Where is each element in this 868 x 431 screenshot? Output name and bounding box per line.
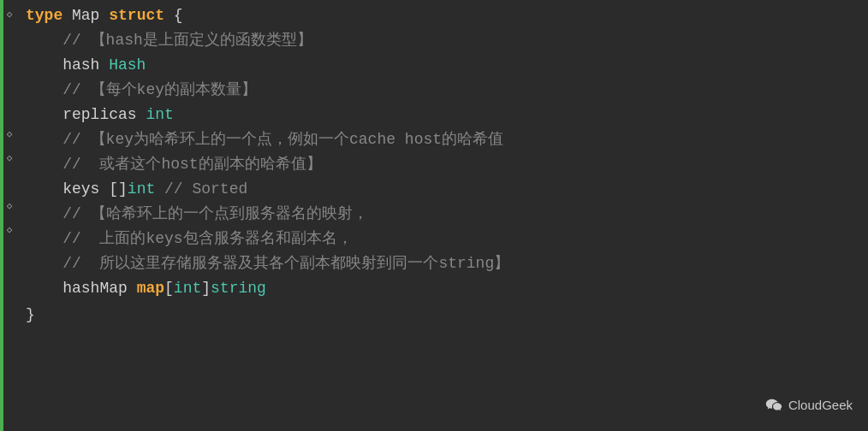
- code-line-5: replicas int: [26, 103, 858, 127]
- keyword-type: type: [26, 3, 62, 28]
- type-int-map: int: [174, 276, 201, 301]
- gutter-empty-17: [3, 387, 15, 410]
- type-string: string: [211, 276, 266, 301]
- gutter-empty-16: [3, 363, 15, 387]
- gutter-empty-14: [3, 315, 15, 339]
- bracket-keys: []: [109, 177, 128, 202]
- comment-hashmap-3: // 所以这里存储服务器及其各个副本都映射到同一个string】: [26, 251, 509, 276]
- type-int-replicas: int: [146, 103, 173, 127]
- type-int-keys: int: [128, 177, 155, 202]
- fold-icon-9[interactable]: [3, 195, 15, 219]
- gutter-empty-2: [3, 27, 15, 51]
- comment-hashmap-1: // 【哈希环上的一个点到服务器名的映射，: [26, 202, 368, 227]
- fold-icon-6[interactable]: [3, 123, 15, 147]
- green-bar: [0, 0, 3, 431]
- code-line-9: // 【哈希环上的一个点到服务器名的映射，: [26, 202, 858, 227]
- code-line-1: type Map struct {: [26, 3, 858, 28]
- field-hashmap: hashMap: [26, 276, 137, 301]
- field-hash: hash: [26, 53, 109, 78]
- gutter-empty-3: [3, 51, 15, 75]
- inline-comment-sorted: // Sorted: [155, 177, 247, 202]
- comment-keys-1: // 【key为哈希环上的一个点，例如一个cache host的哈希值: [26, 127, 503, 152]
- watermark-text: CloudGeek: [788, 395, 853, 416]
- keyword-map: map: [137, 276, 164, 301]
- gutter-empty-13: [3, 291, 15, 315]
- code-line-4: // 【每个key的副本数量】: [26, 78, 858, 103]
- fold-icon-1[interactable]: [3, 3, 15, 27]
- open-brace: {: [164, 3, 183, 28]
- code-line-12: hashMap map[int]string: [26, 276, 858, 301]
- closing-brace: }: [26, 301, 858, 328]
- code-line-7: // 或者这个host的副本的哈希值】: [26, 152, 858, 177]
- code-line-11: // 所以这里存储服务器及其各个副本都映射到同一个string】: [26, 251, 858, 276]
- comment-hashmap-2: // 上面的keys包含服务器名和副本名，: [26, 227, 353, 251]
- keyword-struct: struct: [109, 3, 164, 28]
- comment-hash-type: // 【hash是上面定义的函数类型】: [26, 28, 312, 53]
- gutter-empty-8: [3, 171, 15, 195]
- gutter-empty-12: [3, 267, 15, 291]
- field-replicas: replicas: [26, 103, 146, 127]
- close-bracket: }: [26, 303, 35, 328]
- watermark: CloudGeek: [764, 395, 853, 416]
- gutter-empty-15: [3, 339, 15, 363]
- type-hash: Hash: [109, 53, 146, 78]
- code-editor: type Map struct { // 【hash是上面定义的函数类型】 ha…: [0, 0, 868, 431]
- struct-name: Map: [62, 3, 109, 28]
- code-content: type Map struct { // 【hash是上面定义的函数类型】 ha…: [19, 0, 868, 431]
- bracket-close: ]: [201, 276, 211, 301]
- fold-icon-7[interactable]: [3, 147, 15, 171]
- code-line-6: // 【key为哈希环上的一个点，例如一个cache host的哈希值: [26, 127, 858, 152]
- code-line-10: // 上面的keys包含服务器名和副本名，: [26, 227, 858, 251]
- bracket-open: [: [164, 276, 174, 301]
- comment-replicas: // 【每个key的副本数量】: [26, 78, 257, 103]
- gutter-empty-5: [3, 99, 15, 123]
- gutter-empty-4: [3, 75, 15, 99]
- comment-keys-2: // 或者这个host的副本的哈希值】: [26, 152, 322, 177]
- code-line-3: hash Hash: [26, 53, 858, 78]
- gutter-empty-11: [3, 243, 15, 267]
- field-keys: keys: [26, 177, 109, 202]
- fold-icon-10[interactable]: [3, 219, 15, 243]
- code-line-8: keys []int // Sorted: [26, 177, 858, 202]
- code-line-2: // 【hash是上面定义的函数类型】: [26, 28, 858, 53]
- wechat-icon: [764, 396, 783, 415]
